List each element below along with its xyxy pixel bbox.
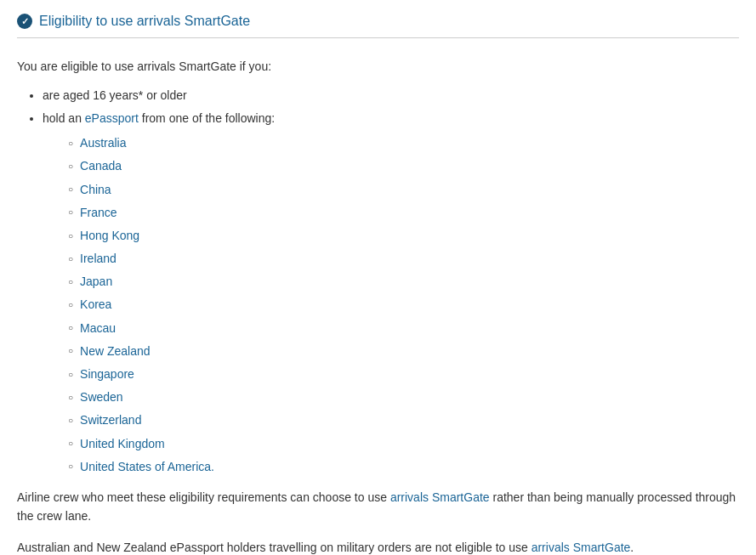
requirements-list: are aged 16 years* or older hold an ePas… — [17, 86, 739, 478]
list-item: France — [68, 202, 739, 224]
list-item: Korea — [68, 294, 739, 315]
military-paragraph: Australian and New Zealand ePassport hol… — [17, 538, 739, 555]
list-item: Hong Kong — [68, 225, 739, 246]
country-link-singapore[interactable]: Singapore — [80, 364, 134, 385]
country-link-canada[interactable]: Canada — [80, 156, 122, 177]
requirement-age: are aged 16 years* or older — [43, 86, 739, 105]
list-item: Macau — [68, 318, 739, 339]
country-link-hongkong[interactable]: Hong Kong — [80, 225, 139, 246]
airline-crew-paragraph: Airline crew who meet these eligibility … — [17, 488, 739, 526]
country-link-japan[interactable]: Japan — [80, 271, 112, 292]
list-item: Japan — [68, 271, 739, 292]
list-item: Singapore — [68, 364, 739, 385]
check-circle-icon: ✓ — [17, 14, 32, 29]
list-item: Sweden — [68, 387, 739, 408]
list-item: United States of America. — [68, 456, 739, 478]
list-item: Australia — [68, 133, 739, 154]
intro-paragraph: You are eligible to use arrivals SmartGa… — [17, 57, 739, 76]
country-link-sweden[interactable]: Sweden — [80, 387, 123, 408]
list-item: United Kingdom — [68, 433, 739, 455]
list-item: Canada — [68, 156, 739, 177]
section-header: ✓ Eligibility to use arrivals SmartGate — [17, 14, 739, 38]
country-link-usa[interactable]: United States of America. — [80, 456, 214, 478]
country-link-korea[interactable]: Korea — [80, 294, 111, 315]
country-link-switzerland[interactable]: Switzerland — [80, 410, 141, 431]
section-title: Eligibility to use arrivals SmartGate — [39, 14, 250, 29]
country-link-newzealand[interactable]: New Zealand — [80, 341, 151, 362]
country-link-ireland[interactable]: Ireland — [80, 248, 117, 269]
country-link-uk[interactable]: United Kingdom — [80, 433, 165, 455]
list-item: Switzerland — [68, 410, 739, 431]
epassport-link[interactable]: ePassport — [85, 111, 139, 125]
countries-list: Australia Canada China France Hong Kong … — [43, 133, 739, 478]
requirement-passport: hold an ePassport from one of the follow… — [43, 109, 739, 478]
list-item: Ireland — [68, 248, 739, 269]
country-link-china[interactable]: China — [80, 179, 111, 201]
country-link-france[interactable]: France — [80, 202, 117, 224]
country-link-australia[interactable]: Australia — [80, 133, 126, 154]
country-link-macau[interactable]: Macau — [80, 318, 116, 339]
list-item: China — [68, 179, 739, 201]
content-area: You are eligible to use arrivals SmartGa… — [17, 48, 739, 555]
arrivals-smartgate-link-crew[interactable]: arrivals SmartGate — [390, 490, 490, 504]
list-item: New Zealand — [68, 341, 739, 362]
arrivals-smartgate-link-military[interactable]: arrivals SmartGate — [531, 541, 631, 554]
